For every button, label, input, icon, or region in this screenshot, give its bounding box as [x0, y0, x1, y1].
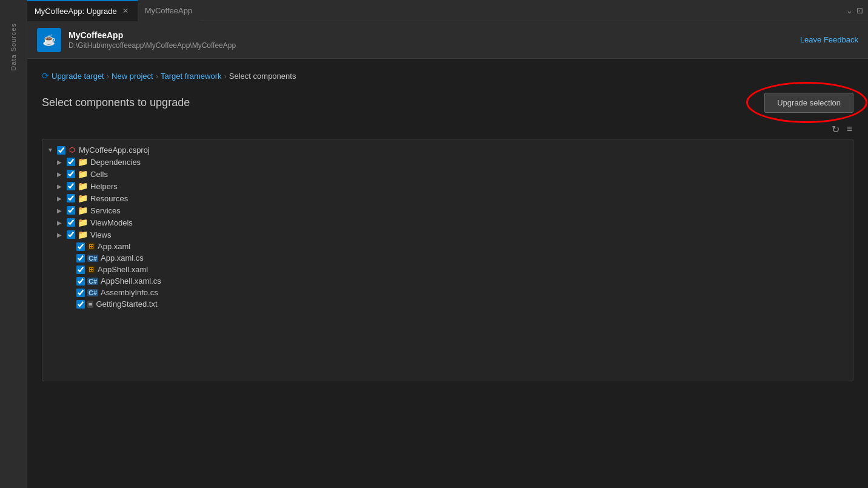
folder-icon-viewmodels: 📁: [78, 218, 88, 227]
cs-icon-assemblyinfo: C#: [87, 289, 98, 296]
proj-icon-root: ⬡: [68, 146, 76, 154]
app-name: MyCoffeeApp: [68, 30, 800, 40]
checkbox-resources[interactable]: [67, 194, 75, 202]
tree-row-app-xaml-cs: C# App.xaml.cs: [47, 252, 848, 264]
label-app-xaml-cs: App.xaml.cs: [101, 253, 144, 262]
breadcrumb-sep-3: ›: [224, 72, 226, 81]
checkbox-viewmodels[interactable]: [67, 218, 75, 227]
breadcrumb-new-project[interactable]: New project: [112, 72, 153, 81]
label-appshell-xaml: AppShell.xaml: [98, 265, 148, 274]
collapse-all-icon[interactable]: ≡: [846, 122, 853, 136]
content: ⟳ Upgrade target › New project › Target …: [27, 59, 868, 488]
sidebar-label: Data Sources: [10, 23, 17, 71]
label-views: Views: [90, 230, 111, 239]
tab-upgrade-label: MyCoffeeApp: Upgrade: [35, 7, 117, 16]
expand-icon-dependencies[interactable]: ▶: [57, 159, 64, 165]
tree-row-services: ▶ 📁 Services: [47, 204, 848, 216]
tab-upgrade-close[interactable]: ✕: [121, 6, 130, 16]
breadcrumb-icon: ⟳: [42, 71, 49, 81]
tree-container: ▼ ⬡ MyCoffeeApp.csproj ▶ 📁 Dependencies …: [42, 139, 853, 381]
checkbox-helpers[interactable]: [67, 182, 75, 190]
upgrade-selection-button[interactable]: Upgrade selection: [764, 93, 853, 113]
label-viewmodels: ViewModels: [90, 218, 133, 227]
breadcrumb: ⟳ Upgrade target › New project › Target …: [42, 71, 853, 81]
folder-icon-dependencies: 📁: [78, 157, 88, 167]
app-info: MyCoffeeApp D:\GitHub\mycoffeeapp\MyCoff…: [68, 30, 800, 50]
checkbox-root[interactable]: [57, 146, 65, 155]
checkbox-appshell-xaml-cs[interactable]: [76, 277, 85, 286]
expand-icon-viewmodels[interactable]: ▶: [57, 219, 64, 226]
app-icon: ☕: [37, 28, 61, 52]
upgrade-button-wrapper: Upgrade selection: [764, 93, 853, 113]
label-helpers: Helpers: [90, 182, 118, 191]
leave-feedback-link[interactable]: Leave Feedback: [800, 35, 858, 44]
tab-bar: MyCoffeeApp: Upgrade ✕ MyCoffeeApp ⌄ ⊡: [27, 0, 868, 21]
folder-icon-services: 📁: [78, 206, 88, 215]
tab-main-label: MyCoffeeApp: [145, 6, 193, 15]
label-services: Services: [90, 206, 121, 215]
tree-row-app-xaml: ⊞ App.xaml: [47, 241, 848, 252]
tree-row-helpers: ▶ 📁 Helpers: [47, 180, 848, 192]
tab-dropdown-icon: ⌄: [846, 6, 853, 15]
tab-main[interactable]: MyCoffeeApp: [138, 0, 200, 21]
folder-icon-helpers: 📁: [78, 181, 88, 191]
expand-icon-views[interactable]: ▶: [57, 232, 64, 238]
xaml-icon-appshell: ⊞: [87, 266, 95, 273]
tree-row-dependencies: ▶ 📁 Dependencies: [47, 156, 848, 168]
tree-row-viewmodels: ▶ 📁 ViewModels: [47, 216, 848, 229]
tree-row-appshell-xaml: ⊞ AppShell.xaml: [47, 264, 848, 275]
label-root: MyCoffeeApp.csproj: [79, 145, 150, 155]
checkbox-views[interactable]: [67, 230, 75, 239]
cs-icon-appshell-xaml: C#: [87, 278, 98, 285]
label-assemblyinfo: AssemblyInfo.cs: [101, 288, 158, 297]
checkbox-app-xaml[interactable]: [76, 242, 85, 251]
header: ☕ MyCoffeeApp D:\GitHub\mycoffeeapp\MyCo…: [27, 21, 868, 59]
breadcrumb-sep-1: ›: [107, 72, 109, 81]
expand-icon-services[interactable]: ▶: [57, 207, 64, 214]
folder-icon-resources: 📁: [78, 193, 88, 203]
tree-row-resources: ▶ 📁 Resources: [47, 192, 848, 204]
label-resources: Resources: [90, 194, 128, 203]
tab-upgrade[interactable]: MyCoffeeApp: Upgrade ✕: [27, 0, 138, 21]
section-header: Select components to upgrade Upgrade sel…: [42, 93, 853, 113]
folder-icon-views: 📁: [78, 230, 88, 239]
section-title: Select components to upgrade: [42, 96, 190, 109]
txt-icon-gettingstarted: ≡: [87, 301, 93, 308]
label-app-xaml: App.xaml: [98, 242, 130, 251]
label-appshell-xaml-cs: AppShell.xaml.cs: [101, 276, 161, 286]
tree-row-cells: ▶ 📁 Cells: [47, 168, 848, 180]
tab-layout-icon: ⊡: [856, 6, 863, 15]
expand-icon-root[interactable]: ▼: [47, 147, 55, 153]
breadcrumb-sep-2: ›: [156, 72, 158, 81]
label-dependencies: Dependencies: [90, 158, 141, 167]
main-area: MyCoffeeApp: Upgrade ✕ MyCoffeeApp ⌄ ⊡ ☕…: [27, 0, 868, 488]
cs-icon-app-xaml: C#: [87, 255, 98, 262]
refresh-icon[interactable]: ↻: [830, 122, 841, 136]
checkbox-gettingstarted[interactable]: [76, 300, 85, 309]
xaml-icon-app: ⊞: [87, 242, 95, 250]
checkbox-appshell-xaml[interactable]: [76, 266, 85, 274]
tree-row-appshell-xaml-cs: C# AppShell.xaml.cs: [47, 275, 848, 287]
tree-row-root: ▼ ⬡ MyCoffeeApp.csproj: [47, 144, 848, 156]
breadcrumb-target-framework[interactable]: Target framework: [161, 72, 221, 81]
checkbox-assemblyinfo[interactable]: [76, 289, 85, 297]
expand-icon-helpers[interactable]: ▶: [57, 183, 64, 190]
label-cells: Cells: [90, 170, 108, 179]
app-path: D:\GitHub\mycoffeeapp\MyCoffeeApp\MyCoff…: [68, 41, 800, 50]
expand-icon-cells[interactable]: ▶: [57, 171, 64, 178]
folder-icon-cells: 📁: [78, 169, 88, 179]
checkbox-services[interactable]: [67, 206, 75, 215]
breadcrumb-current: Select components: [229, 72, 296, 81]
checkbox-cells[interactable]: [67, 170, 75, 178]
tree-row-views: ▶ 📁 Views: [47, 229, 848, 241]
expand-icon-resources[interactable]: ▶: [57, 195, 64, 202]
label-gettingstarted: GettingStarted.txt: [96, 299, 157, 309]
checkbox-dependencies[interactable]: [67, 158, 75, 166]
sidebar: Data Sources: [0, 0, 27, 488]
tree-row-gettingstarted: ≡ GettingStarted.txt: [47, 298, 848, 310]
tree-toolbar: ↻ ≡: [42, 122, 853, 136]
breadcrumb-upgrade-target[interactable]: Upgrade target: [52, 72, 104, 81]
tree-row-assemblyinfo: C# AssemblyInfo.cs: [47, 287, 848, 298]
checkbox-app-xaml-cs[interactable]: [76, 254, 85, 262]
tab-more-options[interactable]: ⌄ ⊡: [841, 6, 868, 15]
